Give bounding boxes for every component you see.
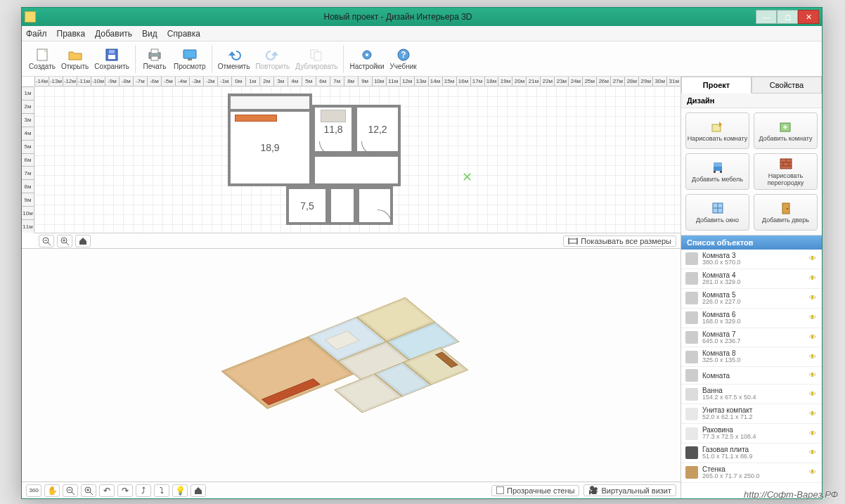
light-button[interactable]: 💡 (172, 484, 188, 497)
tilt-up-button[interactable]: ⤴ (136, 484, 151, 497)
menu-file[interactable]: Файл (26, 29, 47, 39)
tilt-down-button[interactable]: ⤵ (154, 484, 169, 497)
visibility-eye-icon[interactable]: 👁 (809, 390, 818, 399)
add-window-button[interactable]: Добавить окно (685, 194, 749, 231)
home-view-button[interactable] (75, 235, 91, 247)
object-dimensions: 265.0 x 71.7 x 250.0 (702, 473, 805, 480)
menu-edit[interactable]: Правка (57, 29, 86, 39)
menu-help[interactable]: Справка (167, 29, 200, 39)
list-item[interactable]: Комната 7645.0 x 236.7👁 (681, 328, 822, 348)
minimize-button[interactable]: — (756, 10, 777, 24)
rotate-left-button[interactable]: ↶ (99, 484, 115, 497)
room-icon (685, 331, 698, 344)
ruler-tick: 13м (414, 77, 428, 86)
3d-door[interactable] (434, 351, 458, 368)
ruler-tick: 6м (22, 153, 34, 167)
tutorial-button[interactable]: ?Учебник (387, 43, 420, 75)
list-item[interactable]: Комната👁 (681, 367, 822, 385)
visibility-eye-icon[interactable]: 👁 (809, 371, 818, 380)
print-button[interactable]: Печать (138, 43, 171, 75)
visibility-eye-icon[interactable]: 👁 (809, 314, 818, 322)
2d-canvas[interactable]: 18,9 11,8 12,2 7,5 (34, 86, 680, 233)
visibility-eye-icon[interactable]: 👁 (809, 410, 818, 418)
ruler-tick: 15м (442, 77, 456, 86)
add-furniture-button[interactable]: Добавить мебель (685, 153, 749, 190)
pan-button[interactable]: ✋ (44, 484, 60, 497)
title-bar[interactable]: Новый проект - Дизайн Интерьера 3D — ◻ ✕ (22, 8, 822, 26)
list-item[interactable]: Комната 6168.0 x 329.0👁 (681, 309, 822, 328)
room-2[interactable]: 11,8 (312, 105, 354, 154)
show-sizes-toggle[interactable]: Показывать все размеры (563, 235, 676, 247)
3d-view[interactable]: 360 ✋ ↶ ↷ ⤴ ⤵ 💡 Прозрачные стены 🎥Виртуа… (22, 249, 680, 498)
3d-scene[interactable] (22, 249, 680, 482)
save-button[interactable]: Сохранить (91, 43, 132, 75)
floor-plan-2d[interactable]: -14м-13м-12м-11м-10м-9м-8м-7м-6м-5м-4м-3… (22, 77, 680, 249)
rotate-360-button[interactable]: 360 (26, 484, 41, 497)
redo-button[interactable]: Повторить (252, 43, 292, 75)
object-list[interactable]: Комната 3380.0 x 570.0👁Комната 4281.0 x … (681, 250, 822, 498)
maximize-button[interactable]: ◻ (777, 10, 798, 24)
draw-room-button[interactable]: Нарисовать комнату (685, 112, 749, 149)
room-3[interactable]: 12,2 (354, 105, 401, 154)
visibility-eye-icon[interactable]: 👁 (809, 254, 818, 263)
undo-button[interactable]: Отменить (215, 43, 253, 75)
visibility-eye-icon[interactable]: 👁 (809, 333, 818, 342)
add-room-button[interactable]: +Добавить комнату (754, 112, 818, 149)
add-door-button[interactable]: Добавить дверь (754, 194, 818, 231)
list-item[interactable]: Комната 5226.0 x 227.0👁 (681, 289, 822, 309)
3d-room[interactable] (374, 362, 431, 396)
3d-model[interactable] (207, 285, 496, 445)
visibility-eye-icon[interactable]: 👁 (809, 429, 818, 438)
virtual-visit-button[interactable]: 🎥Виртуальный визит (583, 484, 676, 496)
object-name: Комната 7 (702, 330, 805, 338)
tab-project[interactable]: Проект (681, 77, 752, 93)
settings-button[interactable]: Настройки (347, 43, 387, 75)
menu-add[interactable]: Добавить (95, 29, 132, 39)
transparent-walls-toggle[interactable]: Прозрачные стены (491, 485, 579, 496)
draw-partition-button[interactable]: Нарисовать перегородку (754, 153, 818, 190)
duplicate-button[interactable]: Дублировать (292, 43, 340, 75)
ruler-tick: -5м (161, 77, 175, 86)
furniture-bed[interactable] (321, 110, 346, 122)
3d-furniture[interactable] (261, 378, 320, 405)
furniture-sofa[interactable] (235, 115, 277, 122)
undo-icon (226, 47, 243, 63)
room-1[interactable]: 18,9 (228, 109, 312, 186)
3d-bed[interactable] (324, 330, 359, 349)
zoom-out-3d-button[interactable] (63, 484, 78, 497)
visibility-eye-icon[interactable]: 👁 (809, 353, 818, 361)
list-item[interactable]: Комната 8325.0 x 135.0👁 (681, 347, 822, 367)
open-button[interactable]: Открыть (58, 43, 91, 75)
2d-toolbar: Показывать все размеры (34, 233, 680, 248)
zoom-in-button[interactable] (57, 235, 72, 247)
object-dimensions: 281.0 x 329.0 (702, 279, 805, 286)
visibility-eye-icon[interactable]: 👁 (809, 294, 818, 302)
ruler-tick: 12м (400, 77, 414, 86)
list-item[interactable]: Ванна154.2 x 67.5 x 50.4👁 (681, 385, 822, 404)
balcony[interactable] (228, 93, 312, 109)
ruler-tick: 2м (259, 77, 273, 86)
hallway[interactable] (312, 154, 401, 186)
zoom-in-3d-button[interactable] (81, 484, 96, 497)
ruler-tick: -7м (133, 77, 147, 86)
visibility-eye-icon[interactable]: 👁 (809, 468, 818, 477)
preview-button[interactable]: Просмотр (171, 43, 209, 75)
list-item[interactable]: Комната 3380.0 x 570.0👁 (681, 250, 822, 269)
room-5[interactable] (328, 186, 356, 225)
list-item[interactable]: Комната 4281.0 x 329.0👁 (681, 269, 822, 289)
object-dimensions: 77.3 x 72.5 x 108.4 (702, 434, 805, 441)
list-item[interactable]: Стенка265.0 x 71.7 x 250.0👁 (681, 463, 822, 483)
visibility-eye-icon[interactable]: 👁 (809, 448, 818, 457)
list-item[interactable]: Газовая плита51.0 x 71.1 x 86.9👁 (681, 444, 822, 463)
list-item[interactable]: Унитаз компакт52.0 x 62.1 x 71.2👁 (681, 404, 822, 424)
menu-view[interactable]: Вид (142, 29, 157, 39)
list-item[interactable]: Раковина77.3 x 72.5 x 108.4👁 (681, 424, 822, 444)
home-3d-button[interactable] (191, 484, 206, 497)
create-button[interactable]: Создать (26, 43, 58, 75)
close-button[interactable]: ✕ (798, 10, 819, 24)
tab-properties[interactable]: Свойства (752, 77, 822, 93)
zoom-out-button[interactable] (39, 235, 54, 247)
visibility-eye-icon[interactable]: 👁 (809, 274, 818, 283)
room-4[interactable]: 7,5 (286, 186, 328, 225)
rotate-right-button[interactable]: ↷ (117, 484, 133, 497)
